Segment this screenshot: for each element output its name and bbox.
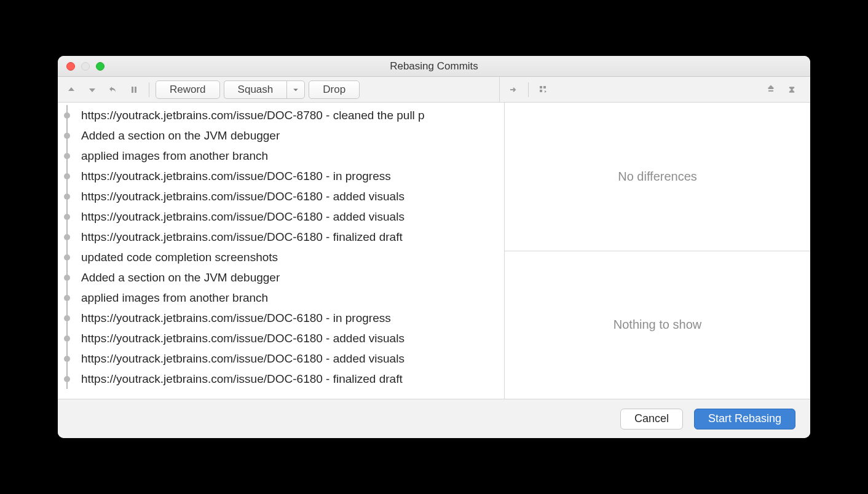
commit-row[interactable]: https://youtrack.jetbrains.com/issue/DOC… [58, 206, 504, 227]
commit-row[interactable]: https://youtrack.jetbrains.com/issue/DOC… [58, 186, 504, 206]
titlebar: Rebasing Commits [58, 56, 810, 77]
footer: Cancel Start Rebasing [58, 399, 810, 438]
window-title: Rebasing Commits [58, 60, 810, 73]
svg-rect-3 [543, 86, 546, 88]
commit-row[interactable]: https://youtrack.jetbrains.com/issue/DOC… [58, 227, 504, 247]
commit-message: https://youtrack.jetbrains.com/issue/DOC… [77, 312, 391, 325]
separator [528, 82, 529, 97]
commit-graph-node [58, 288, 77, 308]
commit-message: https://youtrack.jetbrains.com/issue/DOC… [77, 210, 404, 224]
commit-dot-icon [64, 254, 70, 261]
commit-dot-icon [64, 133, 70, 139]
commit-dot-icon [64, 153, 70, 159]
commit-graph-node [58, 267, 77, 288]
commit-row[interactable]: Added a section on the JVM debugger [58, 267, 504, 288]
commit-graph-node [58, 105, 77, 125]
commit-dot-icon [64, 315, 70, 321]
commit-message: https://youtrack.jetbrains.com/issue/DOC… [77, 352, 404, 366]
cancel-button[interactable]: Cancel [620, 409, 683, 429]
commit-dot-icon [64, 112, 70, 119]
commit-row[interactable]: Added a section on the JVM debugger [58, 125, 504, 146]
svg-rect-1 [135, 87, 136, 93]
commit-message: https://youtrack.jetbrains.com/issue/DOC… [77, 372, 403, 386]
undo-icon[interactable] [105, 81, 122, 98]
move-up-icon[interactable] [63, 81, 80, 98]
toolbar: Reword Squash Drop [58, 77, 810, 103]
diff-bottom-message: Nothing to show [505, 251, 810, 399]
commit-message: https://youtrack.jetbrains.com/issue/DOC… [77, 230, 403, 244]
commit-dot-icon [64, 173, 70, 179]
separator [149, 82, 149, 97]
diff-pane: No differences Nothing to show [504, 103, 810, 399]
diff-toolbar [499, 77, 805, 102]
content: https://youtrack.jetbrains.com/issue/DOC… [58, 103, 810, 399]
commit-graph-node [58, 186, 77, 206]
commit-row[interactable]: applied images from another branch [58, 288, 504, 308]
commit-graph-node [58, 227, 77, 247]
reword-button[interactable]: Reword [156, 80, 220, 99]
commit-message: https://youtrack.jetbrains.com/issue/DOC… [77, 109, 425, 122]
commit-list[interactable]: https://youtrack.jetbrains.com/issue/DOC… [58, 103, 504, 399]
commit-dot-icon [64, 356, 70, 362]
commit-graph-node [58, 369, 77, 389]
commit-graph-node [58, 125, 77, 146]
group-by-icon[interactable] [535, 81, 552, 98]
commit-dot-icon [64, 214, 70, 220]
squash-button[interactable]: Squash [224, 80, 287, 99]
svg-rect-4 [540, 90, 542, 92]
collapse-all-icon[interactable] [783, 81, 800, 98]
commit-message: Added a section on the JVM debugger [77, 271, 280, 284]
expand-diff-icon[interactable] [505, 81, 522, 98]
commit-row[interactable]: https://youtrack.jetbrains.com/issue/DOC… [58, 369, 504, 389]
commit-message: Added a section on the JVM debugger [77, 129, 280, 143]
commit-row[interactable]: https://youtrack.jetbrains.com/issue/DOC… [58, 308, 504, 328]
rebase-dialog: Rebasing Commits Reword Squash Drop [58, 56, 810, 438]
svg-rect-2 [540, 86, 542, 88]
commit-graph-node [58, 247, 77, 267]
drop-button[interactable]: Drop [309, 80, 360, 99]
commit-row[interactable]: https://youtrack.jetbrains.com/issue/DOC… [58, 166, 504, 186]
move-down-icon[interactable] [84, 81, 101, 98]
commit-graph-node [58, 146, 77, 166]
diff-top-message: No differences [505, 103, 810, 251]
commit-graph-node [58, 328, 77, 348]
commit-dot-icon [64, 376, 70, 382]
commit-message: updated code completion screenshots [77, 251, 278, 264]
commit-message: applied images from another branch [77, 291, 268, 305]
squash-dropdown[interactable] [286, 80, 305, 99]
commit-graph-node [58, 348, 77, 369]
commit-dot-icon [64, 275, 70, 281]
zoom-icon[interactable] [96, 62, 105, 71]
commit-row[interactable]: https://youtrack.jetbrains.com/issue/DOC… [58, 105, 504, 125]
commit-message: https://youtrack.jetbrains.com/issue/DOC… [77, 190, 404, 203]
commit-graph-node [58, 206, 77, 227]
commit-dot-icon [64, 335, 70, 342]
commit-dot-icon [64, 194, 70, 200]
commit-row[interactable]: applied images from another branch [58, 146, 504, 166]
chevron-down-icon [292, 86, 299, 93]
expand-all-icon[interactable] [762, 81, 779, 98]
squash-button-group: Squash [224, 80, 306, 99]
commit-graph-node [58, 308, 77, 328]
commit-row[interactable]: https://youtrack.jetbrains.com/issue/DOC… [58, 328, 504, 348]
commit-graph-node [58, 166, 77, 186]
commit-row[interactable]: https://youtrack.jetbrains.com/issue/DOC… [58, 348, 504, 369]
start-rebasing-button[interactable]: Start Rebasing [694, 409, 795, 429]
close-icon[interactable] [66, 62, 75, 71]
commit-message: https://youtrack.jetbrains.com/issue/DOC… [77, 170, 391, 183]
commit-message: https://youtrack.jetbrains.com/issue/DOC… [77, 332, 404, 345]
window-controls [66, 62, 105, 71]
commit-row[interactable]: updated code completion screenshots [58, 247, 504, 267]
pause-icon[interactable] [125, 81, 143, 98]
commit-dot-icon [64, 234, 70, 240]
minimize-icon [81, 62, 90, 71]
commit-message: applied images from another branch [77, 149, 268, 163]
commit-dot-icon [64, 295, 70, 301]
svg-rect-0 [132, 87, 133, 93]
